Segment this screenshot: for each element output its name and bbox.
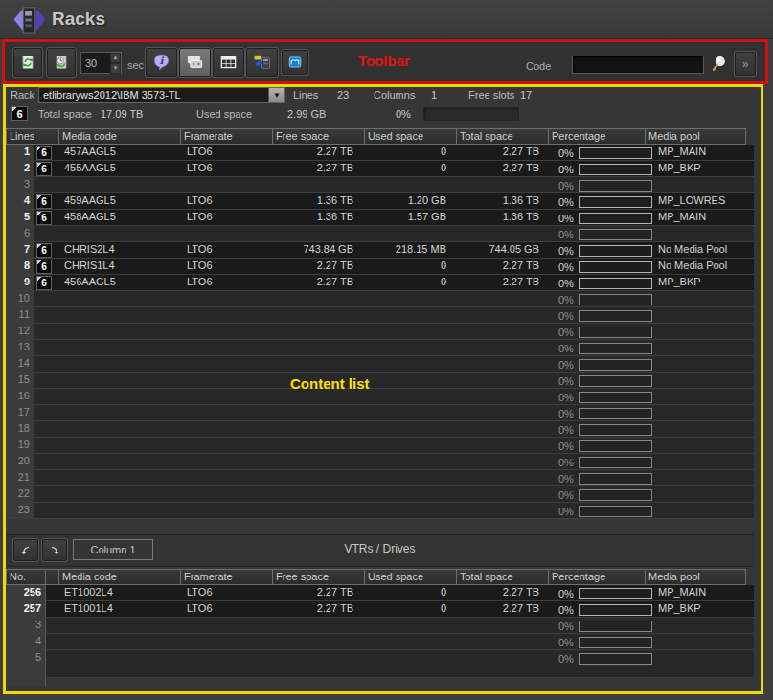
cell-percent: 0%	[555, 486, 652, 503]
table-row[interactable]: 30%	[6, 618, 754, 634]
column-header-used-space[interactable]: Used space	[364, 128, 457, 145]
cell-percent: 0%	[555, 421, 652, 438]
table-row[interactable]: 50%	[6, 650, 754, 666]
column-header-free-space[interactable]: Free space	[272, 569, 365, 585]
cell-badge	[34, 340, 60, 356]
more-options-button[interactable]: »	[735, 52, 756, 76]
media-list-button[interactable]	[179, 48, 211, 77]
cell-media-pool	[652, 226, 754, 242]
column-header-total-space[interactable]: Total space	[456, 569, 549, 585]
info-icon: i	[152, 51, 171, 74]
table-row[interactable]: 210%	[6, 470, 754, 486]
cell-no: 257	[6, 601, 46, 618]
table-row[interactable]: 257ET1001L4LTO62.27 TB02.27 TB0%MP_BKP	[6, 601, 754, 618]
cell-total-space	[462, 226, 555, 242]
cell-badge	[34, 324, 60, 340]
table-row[interactable]: 100%	[6, 291, 754, 307]
column-header-used-space[interactable]: Used space	[364, 569, 457, 585]
column-header-badge[interactable]	[34, 128, 59, 145]
dropdown-arrow-icon[interactable]: ▼	[268, 88, 284, 102]
cell-badge: 6	[34, 210, 60, 226]
column-header-lines[interactable]: Lines	[6, 128, 34, 145]
cell-media-pool: MP_MAIN	[652, 585, 754, 601]
table-row[interactable]: 110%	[6, 307, 754, 324]
refresh-button[interactable]	[13, 48, 42, 77]
column-header-media-code[interactable]: Media code	[58, 569, 181, 585]
cell-badge: 6	[34, 275, 60, 291]
percent-text: 0%	[558, 213, 574, 224]
table-row[interactable]: 26455AAGL5LTO62.27 TB02.27 TB0%MP_BKP	[6, 161, 754, 177]
column-header-percentage[interactable]: Percentage	[548, 128, 646, 145]
table-row[interactable]: 46459AAGL5LTO61.36 TB1.20 GB1.36 TB0%MP_…	[6, 193, 754, 210]
table-row[interactable]: 86CHRIS1L4LTO62.27 TB02.27 TB0%No Media …	[6, 259, 754, 275]
library-icon	[253, 52, 271, 73]
cell-media-pool: MP_LOWRES	[652, 193, 754, 210]
table-row[interactable]: 160%	[6, 389, 754, 405]
search-button[interactable]	[705, 49, 734, 78]
table-row[interactable]: 56458AAGL5LTO61.36 TB1.57 GB1.36 TB0%MP_…	[6, 210, 754, 226]
auto-refresh-button[interactable]	[47, 48, 76, 77]
table-row[interactable]: 140%	[6, 356, 754, 373]
cell-media-pool: MP_BKP	[652, 161, 754, 177]
table-row[interactable]: 180%	[6, 421, 754, 438]
column-header-media-pool[interactable]: Media pool	[645, 128, 746, 145]
table-row[interactable]: 60%	[6, 226, 754, 242]
cell-media-code: ET1001L4	[60, 601, 183, 618]
table-row[interactable]: 150%	[6, 373, 754, 389]
column-header-percentage[interactable]: Percentage	[548, 569, 646, 585]
cell-media-code	[60, 454, 183, 470]
table-row[interactable]: 76CHRIS2L4LTO6743.84 GB218.15 MB744.05 G…	[6, 242, 754, 259]
table-row[interactable]: 96456AAGL5LTO62.27 TB02.27 TB0%MP_BKP	[6, 275, 754, 291]
library-button[interactable]	[246, 48, 278, 77]
code-input[interactable]	[572, 56, 704, 74]
progress-bar	[579, 343, 652, 354]
interval-spinner[interactable]: ▲ ▼	[80, 52, 122, 74]
spinner-up-icon[interactable]: ▲	[110, 53, 121, 63]
table-row[interactable]: 16457AAGL5LTO62.27 TB02.27 TB0%MP_MAIN	[6, 145, 754, 161]
media-pool-button[interactable]	[282, 50, 308, 75]
cell-free-space: 2.27 TB	[276, 585, 369, 601]
table-row[interactable]: 256ET1002L4LTO62.27 TB02.27 TB0%MP_MAIN	[6, 585, 754, 601]
table-row[interactable]: 230%	[6, 503, 754, 519]
cell-free-space	[276, 324, 369, 340]
cell-media-code: ET1002L4	[60, 585, 183, 601]
cell-free-space: 743.84 GB	[276, 242, 369, 259]
table-row[interactable]: 200%	[6, 454, 754, 470]
column-header-badge[interactable]	[45, 569, 59, 585]
cell-badge	[34, 389, 60, 405]
cell-media-pool	[652, 486, 754, 503]
rack-select[interactable]: etlibraryws2012\IBM 3573-TL ▼	[38, 87, 285, 103]
column-header-media-pool[interactable]: Media pool	[645, 569, 746, 585]
table-row[interactable]: 220%	[6, 486, 754, 503]
percent-text: 0%	[558, 343, 574, 354]
table-row[interactable]: 30%	[6, 177, 754, 193]
cell-used-space: 218.15 MB	[369, 242, 462, 259]
column-header-framerate[interactable]: Framerate	[180, 569, 273, 585]
cell-badge	[34, 177, 60, 193]
progress-bar	[579, 506, 652, 517]
table-row[interactable]: 190%	[6, 438, 754, 454]
table-row[interactable]: 120%	[6, 324, 754, 340]
cell-framerate	[183, 454, 276, 470]
cell-percent: 0%	[555, 145, 652, 161]
cell-no: 2	[6, 161, 34, 177]
grid-view-button[interactable]	[213, 48, 244, 77]
interval-input[interactable]	[81, 53, 110, 73]
table-row[interactable]: 40%	[6, 634, 754, 650]
cell-total-space: 1.36 TB	[462, 193, 555, 210]
spinner-down-icon[interactable]: ▼	[110, 63, 121, 74]
info-button[interactable]: i	[146, 48, 177, 77]
table-row[interactable]: 130%	[6, 340, 754, 356]
column-header-media-code[interactable]: Media code	[58, 128, 181, 145]
progress-bar	[579, 604, 652, 616]
cell-total-space	[462, 307, 555, 324]
cell-free-space	[276, 421, 369, 438]
percent-text: 0%	[558, 473, 574, 485]
column-header-free-space[interactable]: Free space	[272, 128, 365, 145]
column-header-no-[interactable]: No.	[6, 569, 46, 585]
cell-badge	[46, 601, 60, 618]
column-header-total-space[interactable]: Total space	[456, 128, 549, 145]
column-header-framerate[interactable]: Framerate	[180, 128, 273, 145]
cell-total-space	[462, 340, 555, 356]
table-row[interactable]: 170%	[6, 405, 754, 421]
